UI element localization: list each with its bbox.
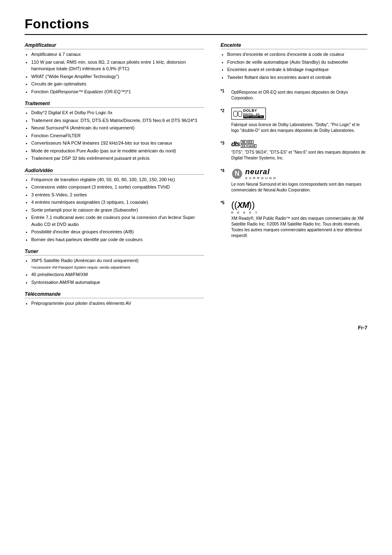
footnote-text-2: Fabriqué sous licence de Dolby Laborator… [231, 122, 367, 134]
list-item: Fonction CinemaFILTER [31, 132, 204, 139]
dts-badge-row-bottom: 24 neo6 [241, 144, 256, 148]
list-item: Traitement par DSP 32 bits extrêmement p… [31, 155, 204, 162]
list-item: 3 entrées S-Video, 2 sorties [31, 191, 204, 198]
xm-ready-label: R E A D Y [231, 211, 259, 214]
neural-text-block: neural SURROUND [245, 168, 277, 180]
list-item: Entrée 7,1 multicanal avec code de coule… [31, 214, 204, 228]
section-title-traitement: Traitement [25, 101, 204, 108]
list-item: Fonction de veille automatique (Auto Sta… [227, 59, 367, 66]
right-column: Enceinte Bornes d'enceinte et cordons d'… [221, 42, 367, 313]
footnotes: *1 OptiResponse et OR-EQ sont des marque… [221, 88, 367, 239]
list-item: Amplificateur à 7 canaux [31, 51, 204, 58]
list-item: Tweeter flottant dans les enceintes avan… [227, 74, 367, 81]
list-item: WRAT ("Wide Range Amplifier Technology") [31, 73, 204, 80]
list-item: Possibilité d'exciter deux groupes d'enc… [31, 228, 204, 235]
dolby-text-lines: DOLBY DIGITAL · EX PRO LOGIC IIx [243, 109, 264, 118]
footnote-2: *2 DOLBY DIGITAL · EX PRO LOGIC IIx [221, 108, 367, 134]
list-item: Préprogrammée pour piloter d'autres élém… [31, 300, 204, 307]
xm-logo-row: (( XM )) [231, 200, 255, 210]
dd-rect-left [233, 111, 238, 117]
dolby-logo: DOLBY DIGITAL · EX PRO LOGIC IIx [231, 108, 266, 120]
xm-text-label: XM [237, 200, 249, 210]
footnote-1: *1 OptiResponse et OR-EQ sont des marque… [221, 88, 367, 101]
footnote-content-4: N neural SURROUND Le nom Neural Surround… [231, 168, 367, 193]
list-item: Mode de reproduction Pure Audio (pas sur… [31, 147, 204, 154]
list-item: Syntonisation AM/FM automatique [31, 279, 204, 286]
footnote-marker-2: *2 [221, 108, 228, 113]
dts-logo: dts 96 ES 24 neo6 [231, 140, 367, 148]
list-item: Bornes d'enceinte et cordons d'enceinte … [227, 51, 367, 58]
list-item: *Accessoire XM Passport System requis; v… [31, 265, 204, 271]
footnote-5: *5 (( XM )) R E A D Y XM Ready®, XM Publ… [221, 200, 367, 239]
dts-badge-96: 96 [241, 140, 247, 144]
xm-logo: (( XM )) R E A D Y [231, 200, 367, 214]
neural-text-main: neural [245, 168, 277, 176]
page-title: Fonctions [25, 16, 367, 32]
footnote-content-3: dts 96 ES 24 neo6 "DTS", "DTS [231, 140, 367, 161]
svg-text:N: N [235, 170, 239, 177]
dts-badge-24: 24 [241, 144, 247, 148]
xm-paren-right: )) [249, 200, 255, 210]
section-title-telecommande: Télécommande [25, 291, 204, 298]
list-item: Connexions vidéo composant (3 entrées, 1… [31, 184, 204, 191]
dts-text-icon: dts [231, 140, 240, 148]
section-title-tuner: Tuner [25, 249, 204, 256]
enceinte-list: Bornes d'enceinte et cordons d'enceinte … [221, 51, 367, 81]
dd-rect-right [238, 111, 242, 117]
title-divider [25, 34, 367, 35]
footnote-marker-3: *3 [221, 141, 228, 145]
dolby-digital-ex: DIGITAL · EX [243, 113, 264, 116]
footnote-3: *3 dts 96 ES 24 neo6 [221, 140, 367, 161]
section-title-audio-video: Audio/vidéo [25, 168, 204, 175]
left-column: Amplificateur Amplificateur à 7 canaux 1… [25, 42, 204, 313]
tuner-list: XM*5 Satellite Radio (Américain du nord … [25, 257, 204, 286]
dolby-pro-logic: PRO LOGIC IIx [243, 115, 264, 118]
list-item: Sortie préampli pour le caisson de grave… [31, 207, 204, 214]
audio-video-list: Fréquence de transition réglable (40, 50… [25, 176, 204, 243]
dts-badge-es: ES [247, 140, 254, 144]
list-item: Fréquence de transition réglable (40, 50… [31, 176, 204, 183]
list-item: Traitement des signaux: DTS, DTS-ES Matr… [31, 117, 204, 124]
list-item: Neural Surround*4 (Américain du nord uni… [31, 124, 204, 131]
footnote-content-5: (( XM )) R E A D Y XM Ready®, XM Public … [231, 200, 367, 239]
footnote-4: *4 N neural SURROUND Le nom Neural Surro… [221, 168, 367, 193]
main-content: Amplificateur Amplificateur à 7 canaux 1… [25, 42, 367, 313]
dts-badge-row-top: 96 ES [241, 140, 256, 144]
section-title-enceinte: Enceinte [221, 42, 367, 49]
list-item: Convertisseurs N/A PCM linéaires 192 kHz… [31, 140, 204, 147]
amplificateur-list: Amplificateur à 7 canaux 110 W par canal… [25, 51, 204, 95]
neural-logo: N neural SURROUND [231, 168, 367, 180]
list-item: 40 présélections AM/FM/XM [31, 271, 204, 278]
neural-text-sub: SURROUND [245, 176, 277, 180]
section-title-amplificateur: Amplificateur [25, 42, 204, 49]
footnote-text-5: XM Ready®, XM Public Radio™ sont des mar… [231, 216, 367, 239]
footnote-marker-4: *4 [221, 168, 228, 173]
list-item: Bornier des haut-parleurs identifié par … [31, 236, 204, 243]
xm-paren-left: (( [231, 200, 238, 210]
dolby-dd-icon [233, 111, 242, 117]
neural-n-svg: N [231, 168, 243, 180]
footnote-marker-1: *1 [221, 89, 228, 93]
dts-badge-neo6: neo6 [247, 144, 256, 148]
list-item: XM*5 Satellite Radio (Américain du nord … [31, 257, 204, 264]
footnote-content-2: DOLBY DIGITAL · EX PRO LOGIC IIx Fabriqu… [231, 108, 367, 134]
footnote-text-4: Le nom Neural Surround et les logos corr… [231, 182, 367, 193]
dolby-text-main: DOLBY [243, 109, 264, 113]
footnote-text-3: "DTS", "DTS 96/24", "DTS-ES" et "Neo:6" … [231, 150, 367, 161]
page-number: Fr-7 [25, 325, 367, 331]
footnote-text-1: OptiResponse et OR-EQ sont des marques d… [231, 90, 367, 101]
list-item: 110 W par canal, RMS min. sous 8Ω, 2 can… [31, 59, 204, 72]
list-item: Dolby*2 Digital EX et Dolby Pro Logic II… [31, 109, 204, 116]
list-item: 4 entrées numériques assignables (3 opti… [31, 199, 204, 206]
list-item: Fonction OptiResponse™ Equalizer (OR-EQ™… [31, 88, 204, 95]
dts-badge-group: 96 ES 24 neo6 [241, 140, 256, 148]
list-item: Circuits de gain optimalisés [31, 81, 204, 88]
traitement-list: Dolby*2 Digital EX et Dolby Pro Logic II… [25, 109, 204, 162]
footnote-content-1: OptiResponse et OR-EQ sont des marques d… [231, 88, 367, 101]
telecommande-list: Préprogrammée pour piloter d'autres élém… [25, 300, 204, 307]
footnote-marker-5: *5 [221, 200, 228, 205]
list-item: Enceintes avant et centrale à blindage m… [227, 66, 367, 73]
